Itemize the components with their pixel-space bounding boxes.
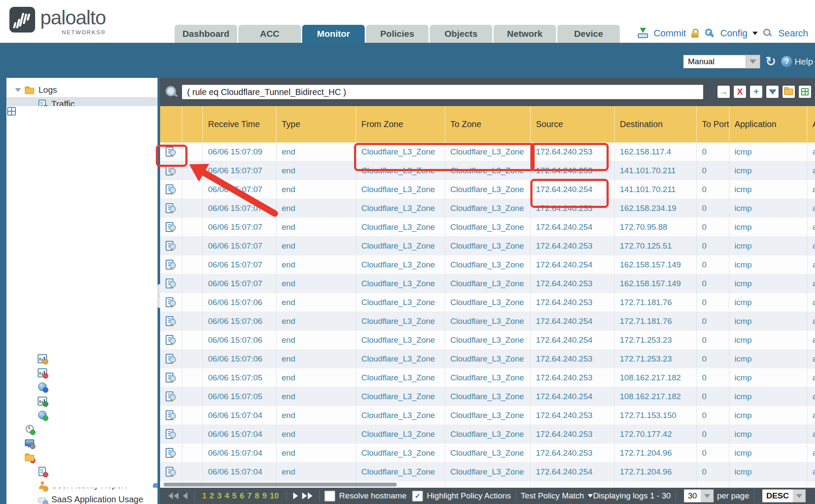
highlight-policy-actions-checkbox[interactable]: ✓ <box>412 491 423 501</box>
cell-to-zone[interactable]: Cloudflare_L3_Zone <box>445 312 531 330</box>
log-detail-icon[interactable] <box>165 278 177 289</box>
column-header-a[interactable]: A <box>807 106 815 142</box>
first-page-button[interactable] <box>168 492 178 499</box>
cell-to-port[interactable]: 0 <box>697 331 729 349</box>
tab-acc[interactable]: ACC <box>238 25 301 43</box>
column-header-detail[interactable] <box>160 106 182 142</box>
log-detail-icon[interactable] <box>165 410 177 421</box>
cell-type[interactable]: end <box>277 425 356 443</box>
cell-to-port[interactable]: 0 <box>697 255 729 274</box>
cell-type[interactable]: end <box>277 218 356 236</box>
cell-type[interactable]: end <box>277 387 356 406</box>
cell-type[interactable]: end <box>277 444 356 462</box>
page-number-8[interactable]: 8 <box>255 491 259 501</box>
cell-action[interactable]: a <box>807 293 815 311</box>
cell-receive-time[interactable]: 06/06 15:07:04 <box>203 425 277 443</box>
cell-type[interactable]: end <box>277 462 356 481</box>
sort-order-caret[interactable] <box>793 489 806 502</box>
cell-from-zone[interactable]: Cloudflare_L3_Zone <box>356 350 445 368</box>
cell-receive-time[interactable]: 06/06 15:07:09 <box>203 142 277 161</box>
cell-action[interactable]: a <box>807 444 815 462</box>
load-filter-icon[interactable] <box>782 85 795 98</box>
cell-source[interactable]: 172.64.240.253 <box>531 237 615 255</box>
cell-from-zone[interactable]: Cloudflare_L3_Zone <box>356 387 445 406</box>
cell-application[interactable]: icmp <box>729 161 807 180</box>
cell-destination[interactable]: 172.70.177.42 <box>615 425 697 443</box>
column-header-source[interactable]: Source <box>531 106 615 142</box>
log-detail-icon[interactable] <box>165 146 177 157</box>
log-detail-icon[interactable] <box>165 222 177 233</box>
column-header-destination[interactable]: Destination <box>615 106 697 142</box>
cell-destination[interactable]: 172.71.181.76 <box>615 293 697 311</box>
cell-action[interactable]: a <box>807 218 815 236</box>
cell-receive-time[interactable]: 06/06 15:07:07 <box>203 237 277 255</box>
per-page-select[interactable]: 30 <box>684 489 701 502</box>
cell-to-port[interactable]: 0 <box>697 218 729 236</box>
cell-to-zone[interactable]: Cloudflare_L3_Zone <box>445 255 531 274</box>
cell-to-port[interactable]: 0 <box>697 406 729 424</box>
cell-source[interactable]: 172.64.240.253 <box>531 406 615 424</box>
cell-to-zone[interactable]: Cloudflare_L3_Zone <box>445 180 531 199</box>
commit-button[interactable]: Commit <box>654 28 686 39</box>
sidebar-item-saas-application-usage[interactable]: SaaS Application Usage <box>6 492 158 504</box>
cell-application[interactable]: icmp <box>729 274 807 293</box>
cell-from-zone[interactable]: Cloudflare_L3_Zone <box>356 161 445 180</box>
cell-destination[interactable]: 172.70.95.88 <box>615 218 697 236</box>
cell-to-zone[interactable]: Cloudflare_L3_Zone <box>445 406 531 424</box>
cell-to-port[interactable]: 0 <box>697 142 729 161</box>
column-header-type[interactable]: Type <box>277 106 356 142</box>
cell-from-zone[interactable]: Cloudflare_L3_Zone <box>356 199 445 217</box>
cell-source[interactable]: 172.64.240.253 <box>531 444 615 462</box>
page-number-3[interactable]: 3 <box>217 491 222 501</box>
cell-receive-time[interactable]: 06/06 15:07:06 <box>203 293 277 311</box>
page-number-6[interactable]: 6 <box>240 491 244 501</box>
page-number-2[interactable]: 2 <box>210 491 214 501</box>
cell-to-zone[interactable]: Cloudflare_L3_Zone <box>445 425 531 443</box>
cell-to-zone[interactable]: Cloudflare_L3_Zone <box>445 293 531 311</box>
cell-from-zone[interactable]: Cloudflare_L3_Zone <box>356 293 445 311</box>
cell-receive-time[interactable]: 06/06 15:07:06 <box>203 350 277 368</box>
cell-action[interactable]: a <box>807 350 815 368</box>
log-detail-icon[interactable] <box>165 165 177 176</box>
cell-to-port[interactable]: 0 <box>697 462 729 481</box>
tab-policies[interactable]: Policies <box>366 25 428 43</box>
cell-action[interactable]: a <box>807 368 815 387</box>
cell-receive-time[interactable]: 06/06 15:07:07 <box>203 274 277 293</box>
cell-to-zone[interactable]: Cloudflare_L3_Zone <box>445 331 531 349</box>
cell-destination[interactable]: 108.162.217.182 <box>615 368 697 387</box>
cell-from-zone[interactable]: Cloudflare_L3_Zone <box>356 425 445 443</box>
cell-source[interactable]: 172.64.240.254 <box>531 255 615 274</box>
cell-destination[interactable]: 172.71.181.76 <box>615 312 697 330</box>
cell-to-zone[interactable]: Cloudflare_L3_Zone <box>445 142 531 161</box>
cell-type[interactable]: end <box>277 368 356 387</box>
log-detail-icon[interactable] <box>165 429 177 440</box>
cell-type[interactable]: end <box>277 237 356 255</box>
log-detail-icon[interactable] <box>165 372 177 383</box>
cell-to-port[interactable]: 0 <box>697 312 729 330</box>
search-button[interactable]: Search <box>778 28 808 39</box>
column-header-to-port[interactable]: To Port <box>697 106 729 142</box>
cell-from-zone[interactable]: Cloudflare_L3_Zone <box>356 368 445 387</box>
tab-network[interactable]: Network <box>494 25 556 43</box>
log-detail-icon[interactable] <box>165 184 177 195</box>
cell-receive-time[interactable]: 06/06 15:07:07 <box>203 199 277 217</box>
cell-application[interactable]: icmp <box>729 462 807 481</box>
cell-application[interactable]: icmp <box>729 331 807 349</box>
page-number-9[interactable]: 9 <box>262 491 267 501</box>
page-number-4[interactable]: 4 <box>225 491 229 501</box>
cell-application[interactable]: icmp <box>729 312 807 330</box>
tab-dashboard[interactable]: Dashboard <box>175 25 237 43</box>
cell-application[interactable]: icmp <box>729 199 807 217</box>
cell-action[interactable]: a <box>807 274 815 293</box>
cell-action[interactable]: a <box>807 387 815 406</box>
config-icon[interactable] <box>704 28 715 39</box>
cell-application[interactable]: icmp <box>729 142 807 161</box>
cell-to-port[interactable]: 0 <box>697 237 729 255</box>
cell-to-port[interactable]: 0 <box>697 293 729 311</box>
save-filter-icon[interactable] <box>766 85 779 98</box>
cell-action[interactable]: a <box>807 425 815 443</box>
cell-to-port[interactable]: 0 <box>697 161 729 180</box>
cell-action[interactable]: a <box>807 255 815 274</box>
apply-filter-icon[interactable]: → <box>717 85 730 98</box>
cell-action[interactable]: a <box>807 180 815 199</box>
